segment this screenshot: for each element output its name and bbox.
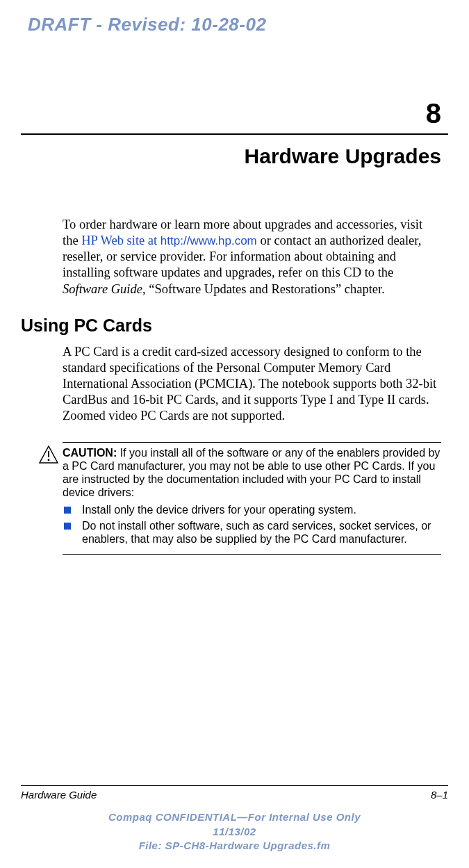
caution-text: CAUTION: If you install all of the softw…: [63, 447, 441, 500]
chapter-number: 8: [21, 98, 441, 129]
chapter-title: Hardware Upgrades: [21, 145, 441, 168]
bullet-text: Do not install other software, such as c…: [82, 520, 431, 545]
footer-page-number: 8–1: [431, 789, 448, 801]
caution-block: CAUTION: If you install all of the softw…: [63, 442, 441, 555]
confidential-line3: File: SP-CH8-Hardware Upgrades.fm: [21, 839, 448, 853]
section-body: A PC Card is a credit card-sized accesso…: [63, 344, 441, 425]
caution-body: If you install all of the software or an…: [63, 447, 440, 498]
hp-link-text: HP Web site at: [81, 234, 161, 247]
hp-link-url: http://www.hp.com: [161, 234, 257, 247]
page-footer: Hardware Guide 8–1 Compaq CONFIDENTIAL—F…: [21, 785, 448, 853]
intro-paragraph: To order hardware or learn more about up…: [63, 217, 441, 297]
caution-bullet-list: Install only the device drivers for your…: [63, 504, 441, 546]
confidential-line2: 11/13/02: [21, 825, 448, 839]
software-guide-ref: Software Guide,: [63, 282, 146, 296]
draft-banner: DRAFT - Revised: 10-28-02: [28, 14, 448, 35]
confidential-line1: Compaq CONFIDENTIAL—For Internal Use Onl…: [21, 810, 448, 824]
caution-label: CAUTION:: [63, 447, 117, 459]
section-heading-using-pc-cards: Using PC Cards: [21, 316, 448, 336]
hp-link[interactable]: HP Web site at http://www.hp.com: [81, 234, 257, 247]
list-item: Install only the device drivers for your…: [63, 504, 441, 517]
chapter-rule: [21, 133, 448, 135]
caution-triangle-icon: [39, 445, 58, 467]
intro-post2: “Software Updates and Restorations” chap…: [146, 282, 385, 296]
footer-doc-title: Hardware Guide: [21, 789, 97, 801]
list-item: Do not install other software, such as c…: [63, 520, 441, 546]
bullet-text: Install only the device drivers for your…: [82, 504, 356, 516]
confidential-block: Compaq CONFIDENTIAL—For Internal Use Onl…: [21, 810, 448, 853]
bullet-icon: [64, 507, 71, 514]
svg-point-1: [48, 459, 50, 461]
bullet-icon: [64, 523, 71, 530]
footer-rule: [21, 785, 448, 786]
footer-row: Hardware Guide 8–1: [21, 789, 448, 801]
